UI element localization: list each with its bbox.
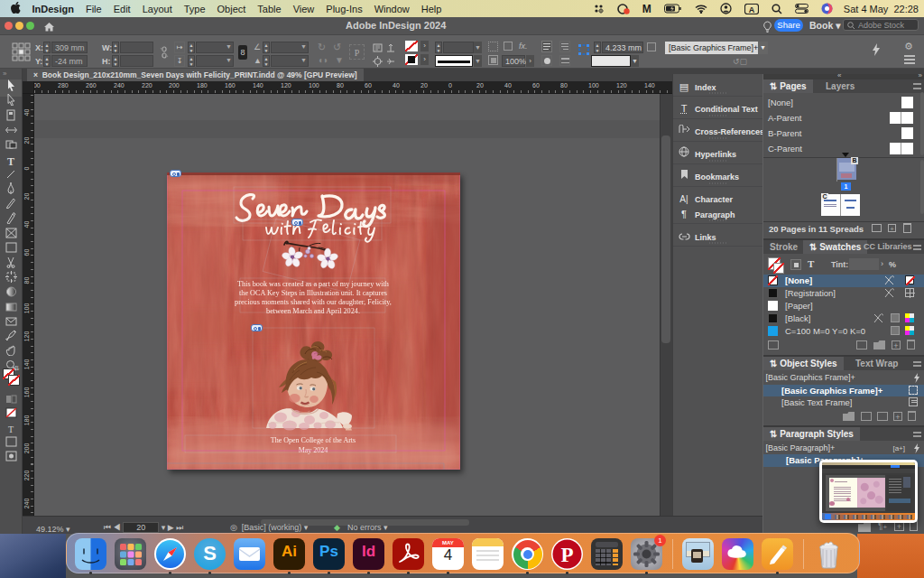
svg-text:the OCA Key Steps in Illustrat: the OCA Key Steps in Illustration unit. … [239, 289, 387, 297]
svg-text:P: P [560, 544, 573, 566]
svg-text:A: A [749, 5, 755, 14]
svg-text:precious moments shared with o: precious moments shared with our daughte… [235, 298, 392, 306]
svg-text:This book was created as a par: This book was created as a part of my jo… [237, 280, 389, 288]
svg-text:The Open College of the Arts: The Open College of the Arts [271, 436, 356, 444]
svg-text:May 2024: May 2024 [299, 446, 328, 454]
svg-text:between March and April 2024.: between March and April 2024. [266, 307, 360, 315]
